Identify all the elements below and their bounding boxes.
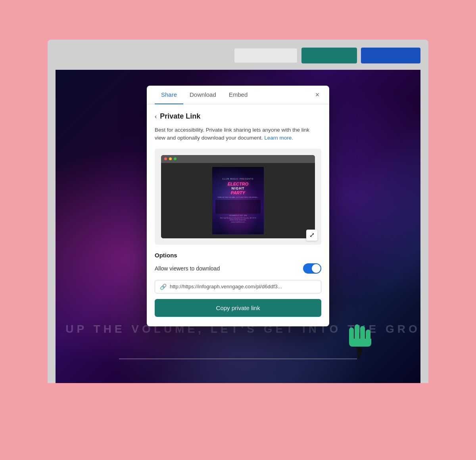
tab-download[interactable]: Download xyxy=(183,86,223,104)
url-value: http://https://infograph.venngage.com/pl… xyxy=(170,284,316,289)
dot-yellow xyxy=(169,157,172,160)
learn-more-link[interactable]: Learn more. xyxy=(264,135,293,141)
allow-download-row: Allow viewers to download xyxy=(155,263,321,274)
modal-overlay: Share Download Embed × ‹ Private Link Be… xyxy=(56,70,420,383)
share-modal: Share Download Embed × ‹ Private Link Be… xyxy=(147,86,329,326)
flyer-title-party: PARTY xyxy=(231,190,245,195)
tab-embed[interactable]: Embed xyxy=(223,86,254,104)
modal-title: Private Link xyxy=(160,112,200,121)
flyer-subtitle: CLUB MAGIC PRESENTS xyxy=(223,178,253,180)
bottom-bar xyxy=(0,383,476,423)
flyer-title-electro: ELECTRO xyxy=(228,182,249,186)
preview-content: CLUB MAGIC PRESENTS ELECTRO NIGHT PARTY … xyxy=(161,163,315,238)
url-input-row[interactable]: 🔗 http://https://infograph.venngage.com/… xyxy=(155,280,321,293)
preview-box: CLUB MAGIC PRESENTS ELECTRO NIGHT PARTY … xyxy=(155,149,321,245)
expand-icon: ⤢ xyxy=(309,231,315,239)
toolbar-green-button[interactable] xyxy=(301,48,357,63)
top-bar xyxy=(0,0,476,40)
dot-red xyxy=(164,157,167,160)
toggle-knob xyxy=(312,264,321,273)
flyer-tagline: TURN UP THE VOLUME, LET'S GET INTO THE B… xyxy=(217,196,259,199)
options-heading: Options xyxy=(155,252,321,259)
expand-button[interactable]: ⤢ xyxy=(306,230,317,241)
modal-close-button[interactable]: × xyxy=(312,89,323,100)
browser-preview: CLUB MAGIC PRESENTS ELECTRO NIGHT PARTY … xyxy=(161,155,315,238)
back-arrow-icon[interactable]: ‹ xyxy=(155,113,157,120)
back-navigation: ‹ Private Link xyxy=(155,112,321,121)
browser-toolbar xyxy=(56,48,420,70)
copy-private-link-button[interactable]: Copy private link xyxy=(155,299,321,317)
toolbar-blue-button[interactable] xyxy=(361,48,420,63)
flyer-footer: DECEMBER 31, 2022 - 9PM 3022 High Meadow… xyxy=(220,215,256,223)
dot-green xyxy=(174,157,177,160)
flyer-thumbnail: CLUB MAGIC PRESENTS ELECTRO NIGHT PARTY … xyxy=(212,167,264,234)
link-icon: 🔗 xyxy=(160,284,167,290)
modal-description: Best for accessibility. Private link sha… xyxy=(155,126,321,142)
preview-titlebar xyxy=(161,155,315,163)
tab-share[interactable]: Share xyxy=(155,86,183,104)
browser-chrome: CLUB MAGIC PRESENTS NI TY TURN UP THE VO… xyxy=(48,40,428,383)
allow-download-label: Allow viewers to download xyxy=(155,265,220,272)
flyer-crowd-image xyxy=(215,200,261,214)
allow-download-toggle[interactable] xyxy=(303,263,321,274)
flyer-title-night: NIGHT xyxy=(232,186,245,190)
modal-tab-bar: Share Download Embed × xyxy=(147,86,329,104)
modal-body: ‹ Private Link Best for accessibility. P… xyxy=(147,104,329,326)
toolbar-input[interactable] xyxy=(234,48,298,63)
canvas-area: CLUB MAGIC PRESENTS NI TY TURN UP THE VO… xyxy=(56,70,420,383)
